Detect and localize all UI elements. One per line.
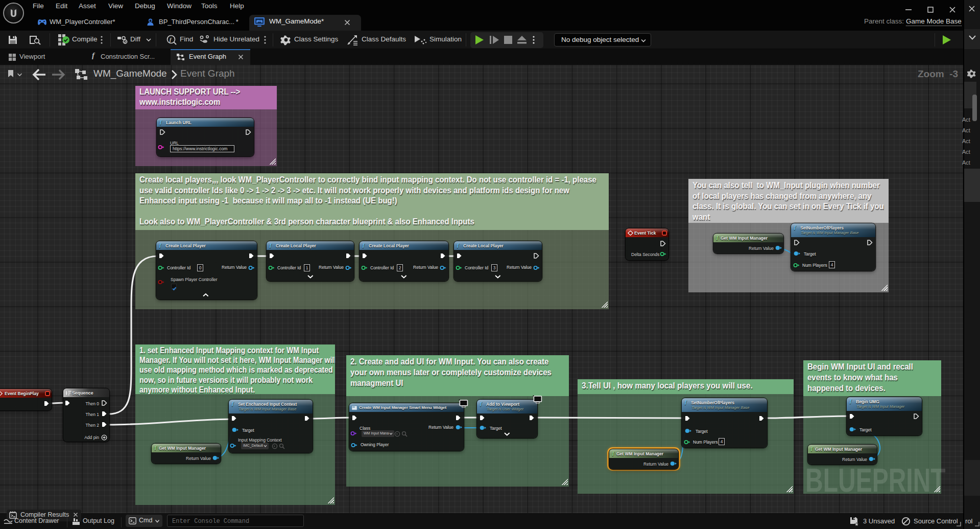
- svg-text:f: f: [170, 37, 172, 42]
